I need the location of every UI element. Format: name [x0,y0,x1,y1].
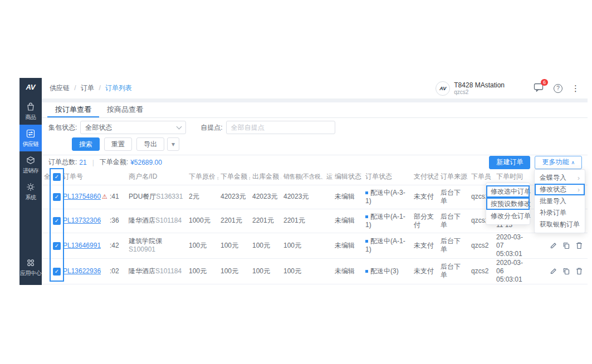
order-link[interactable]: PL13622936 [63,267,101,275]
delete-icon[interactable] [575,267,583,275]
cell-merchant: 建筑学院倮S100901 [126,233,187,258]
submenu-item-modify-selected-orders[interactable]: 修改选中订单 [486,185,530,198]
cell-pay-status: 未支付 [412,233,438,258]
cell-order-amount: 100元 [218,233,250,258]
edit-icon[interactable] [550,242,557,249]
cell-order-status: 配送中(3) [363,258,412,284]
order-amount-value: ¥52689.00 [130,159,162,166]
cell-order-no: PL13622936 [61,258,107,284]
cell-pay-status: 部分支付 [412,209,438,233]
delete-icon[interactable] [575,242,583,249]
cell-pay-status: 未支付 [412,258,438,284]
cell-outbound-amount: 42023元 [250,185,281,209]
sidebar-item-goods[interactable]: 商品 [19,98,42,125]
cell-original-price: 1000元 [187,209,218,233]
menu-item-batch-import[interactable]: 批量导入 [535,195,585,207]
filter-row: 集包状态: 全部状态 自提点: [42,121,588,134]
breadcrumb-orders[interactable]: 订单 [81,84,94,92]
export-dropdown-button[interactable]: ▾ [167,137,179,151]
cell-source: 后台下单 [438,258,469,284]
action-buttons-row: 搜索 重置 导出 ▾ [42,138,588,150]
sidebar-item-inventory[interactable]: 进销存 [19,151,42,178]
cell-order-amount: 2201元 [218,209,250,233]
row-select-cell [42,233,61,258]
summary-row: 订单总数: 21 | 下单金额: ¥52689.00 新建订单 更多功能∧ [42,155,588,169]
select-all-label: 全 [44,172,51,181]
menu-item-supplement-order[interactable]: 补录订单 [535,207,585,219]
cell-outbound-amount: 100元 [250,258,281,284]
new-order-button[interactable]: 新建订单 [489,156,530,169]
menu-item-fetch-pospal-orders[interactable]: 获取银豹订单 [535,219,585,230]
cell-time-fragment: :02 [107,258,126,284]
more-functions-button[interactable]: 更多功能∧ [535,156,582,169]
cell-actions [532,233,588,258]
row-checkbox[interactable] [53,242,61,250]
copy-icon[interactable] [562,242,570,249]
cell-pay-status: 未支付 [412,185,438,209]
export-button[interactable]: 导出 [136,137,164,151]
submenu-arrow-icon: › [578,174,580,182]
breadcrumb-supply-chain[interactable]: 供应链 [50,84,70,92]
more-dots-icon[interactable]: ⋮ [571,83,580,94]
cell-actions [532,258,588,284]
pickup-point-input[interactable] [226,121,335,134]
select-all-header: 全 [42,169,61,185]
copy-icon[interactable] [562,267,570,275]
sidebar-item-label: 商品 [26,114,36,121]
breadcrumb-separator: / [99,84,100,92]
status-dot [365,191,368,194]
row-select-cell [42,185,61,209]
row-checkbox[interactable] [53,268,61,276]
sidebar-item-app-center[interactable]: 应用中心 [19,254,42,281]
message-icon[interactable]: 6 [534,83,544,94]
sort-icon[interactable] [281,176,281,181]
user-menu[interactable]: T8428 MAstation qzcs2 [454,82,505,95]
submenu-item-modify-warehouse-orders[interactable]: 修改分仓订单 [486,210,530,222]
cell-order-amount: 42023元 [218,185,250,209]
cell-order-time: 2020-03-07 05:03:01 [494,233,532,258]
row-checkbox[interactable] [53,193,61,201]
sidebar-item-system[interactable]: 系统 [19,178,42,205]
cell-original-price: 100元 [187,233,218,258]
submenu-arrow-icon: › [578,186,580,194]
sort-icon[interactable] [249,176,250,181]
search-button[interactable]: 搜索 [72,137,100,151]
select-all-checkbox[interactable] [53,173,61,181]
menu-item-kingdee-import[interactable]: 金蝶导入› [535,172,585,184]
cell-order-status: 配送中(A-1-1) [363,209,412,233]
cell-clerk: qzcs2 [469,258,494,284]
edit-icon[interactable] [550,267,557,275]
cell-original-price: 100元 [187,258,218,284]
row-select-cell [42,209,61,233]
order-link[interactable]: PL13732306 [63,217,101,224]
app-window: AV 商品 供应链 进销存 系统 应用中心 供应链 / 订单 / 订单列表 [19,78,588,285]
order-count-value: 21 [79,159,86,166]
cell-sales: 2201元 [281,209,332,233]
sort-icon[interactable] [217,176,218,181]
more-functions-menu: 金蝶导入› 修改状态› 批量导入 补录订单 获取银豹订单 [534,169,585,233]
package-status-select[interactable]: 全部状态 [80,121,186,134]
submenu-item-modify-by-preset[interactable]: 按预设数修改 [486,198,530,210]
sidebar-item-supply-chain[interactable]: 供应链 [19,125,42,151]
cell-edit-status: 未编辑 [332,185,363,209]
cell-merchant: PDU餐厅S136331 [126,185,187,209]
breadcrumb-separator: / [74,84,76,92]
tab-view-by-order[interactable]: 按订单查看 [47,102,99,117]
header-order-status: 订单状态 [363,169,412,185]
tab-view-by-product[interactable]: 按商品查看 [99,102,151,117]
sidebar-item-label: 进销存 [23,167,39,175]
help-icon[interactable]: ? [554,84,562,93]
app-logo: AV [26,83,35,91]
cell-source: 后台下单 [438,185,469,209]
reset-button[interactable]: 重置 [104,137,132,151]
summary-actions: 新建订单 更多功能∧ [489,156,582,169]
cell-source: 后台下单 [438,233,469,258]
order-link[interactable]: PL13646991 [63,242,101,249]
status-dot [365,270,368,273]
menu-item-modify-status[interactable]: 修改状态› [535,184,585,195]
row-checkbox[interactable] [53,217,61,225]
order-link[interactable]: PL13754860 [63,193,101,200]
cell-time-fragment: :36 [107,209,126,233]
status-dot [365,240,368,243]
cell-outbound-amount: 2201元 [250,209,281,233]
